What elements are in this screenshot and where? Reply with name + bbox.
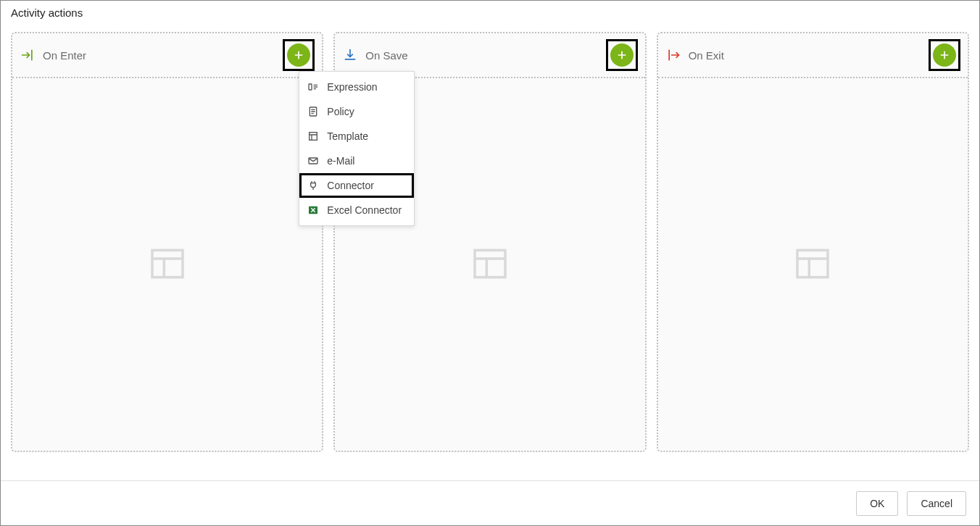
on-enter-title: On Enter bbox=[43, 49, 283, 62]
save-download-icon bbox=[342, 47, 358, 63]
exit-arrow-icon bbox=[665, 47, 681, 63]
dropdown-item-label: Policy bbox=[327, 106, 354, 117]
on-enter-header: On Enter Expression bbox=[12, 33, 322, 78]
dropdown-item-template[interactable]: Template bbox=[299, 124, 414, 149]
dropdown-item-label: e-Mail bbox=[327, 155, 354, 167]
dropdown-item-label: Connector bbox=[327, 180, 374, 191]
on-enter-add-button[interactable] bbox=[287, 43, 310, 67]
dropdown-item-label: Expression bbox=[327, 81, 377, 93]
dropdown-item-policy[interactable]: Policy bbox=[299, 99, 414, 124]
on-exit-title: On Exit bbox=[689, 49, 929, 62]
svg-rect-2 bbox=[310, 133, 317, 141]
on-exit-panel: On Exit bbox=[657, 32, 969, 452]
dropdown-item-label: Template bbox=[327, 130, 368, 142]
svg-rect-6 bbox=[475, 250, 505, 277]
on-enter-add-highlight bbox=[283, 39, 315, 71]
email-icon bbox=[307, 154, 320, 167]
svg-rect-7 bbox=[797, 250, 828, 277]
empty-placeholder-icon bbox=[470, 243, 510, 286]
panels-container: On Enter Expression bbox=[1, 25, 979, 452]
dropdown-item-expression[interactable]: Expression bbox=[299, 75, 414, 99]
empty-placeholder-icon bbox=[792, 243, 833, 286]
dialog-footer: OK Cancel bbox=[1, 480, 979, 525]
on-enter-body bbox=[12, 78, 322, 451]
excel-icon bbox=[307, 204, 320, 217]
empty-placeholder-icon bbox=[147, 243, 188, 286]
dropdown-item-label: Excel Connector bbox=[327, 204, 402, 216]
cancel-button[interactable]: Cancel bbox=[907, 491, 966, 516]
dropdown-item-connector[interactable]: Connector bbox=[299, 173, 414, 198]
dialog-title: Activity actions bbox=[1, 1, 979, 25]
on-enter-panel: On Enter Expression bbox=[11, 32, 323, 452]
template-icon bbox=[307, 130, 320, 143]
connector-icon bbox=[307, 179, 320, 192]
svg-rect-5 bbox=[152, 250, 183, 277]
add-action-dropdown: Expression Policy Template bbox=[299, 71, 415, 226]
enter-arrow-icon bbox=[20, 47, 36, 63]
ok-button[interactable]: OK bbox=[856, 491, 898, 516]
on-exit-add-highlight bbox=[929, 39, 960, 71]
expression-icon bbox=[307, 80, 320, 93]
on-save-add-button[interactable] bbox=[610, 43, 634, 67]
on-exit-header: On Exit bbox=[658, 33, 968, 78]
dropdown-item-email[interactable]: e-Mail bbox=[299, 149, 414, 173]
on-save-add-highlight bbox=[606, 39, 638, 71]
policy-icon bbox=[307, 105, 320, 118]
on-exit-body bbox=[658, 78, 968, 451]
on-exit-add-button[interactable] bbox=[933, 43, 956, 67]
dropdown-item-excel-connector[interactable]: Excel Connector bbox=[299, 198, 414, 222]
svg-rect-0 bbox=[309, 84, 312, 90]
on-save-title: On Save bbox=[365, 49, 605, 62]
activity-actions-dialog: Activity actions On Enter bbox=[0, 0, 980, 526]
